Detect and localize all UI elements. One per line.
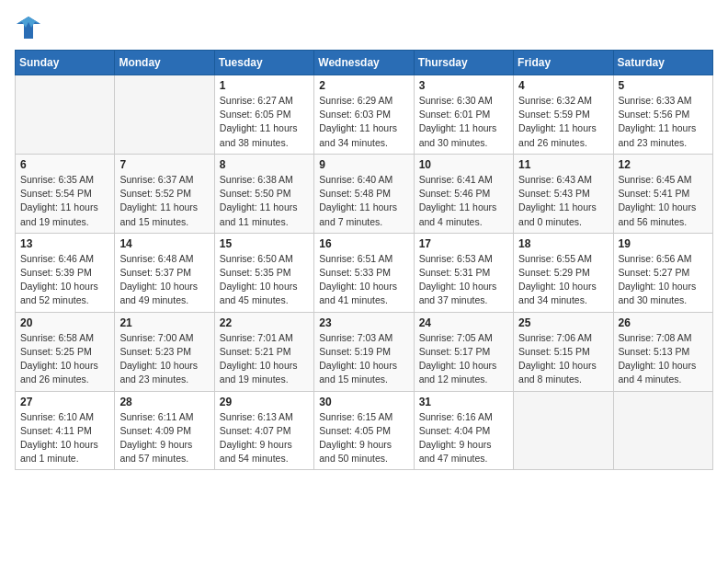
weekday-header-friday: Friday [514, 51, 613, 75]
calendar-cell: 21Sunrise: 7:00 AM Sunset: 5:23 PM Dayli… [115, 312, 214, 391]
weekday-header-wednesday: Wednesday [314, 51, 414, 75]
calendar-cell: 20Sunrise: 6:58 AM Sunset: 5:25 PM Dayli… [16, 312, 115, 391]
day-detail: Sunrise: 6:11 AM Sunset: 4:09 PM Dayligh… [119, 410, 209, 466]
calendar-cell: 13Sunrise: 6:46 AM Sunset: 5:39 PM Dayli… [16, 233, 115, 312]
calendar-cell: 19Sunrise: 6:56 AM Sunset: 5:27 PM Dayli… [613, 233, 712, 312]
calendar-week-5: 27Sunrise: 6:10 AM Sunset: 4:11 PM Dayli… [16, 391, 713, 470]
calendar-cell [613, 391, 712, 470]
day-detail: Sunrise: 6:40 AM Sunset: 5:48 PM Dayligh… [319, 173, 408, 229]
day-detail: Sunrise: 7:03 AM Sunset: 5:19 PM Dayligh… [319, 331, 408, 387]
calendar-table: SundayMondayTuesdayWednesdayThursdayFrid… [15, 50, 713, 470]
day-detail: Sunrise: 6:53 AM Sunset: 5:31 PM Dayligh… [419, 252, 508, 308]
day-number: 12 [619, 158, 708, 171]
calendar-cell: 8Sunrise: 6:38 AM Sunset: 5:50 PM Daylig… [214, 154, 313, 233]
day-detail: Sunrise: 6:58 AM Sunset: 5:25 PM Dayligh… [20, 331, 109, 387]
day-number: 20 [20, 316, 109, 329]
day-number: 11 [518, 158, 608, 171]
day-detail: Sunrise: 6:48 AM Sunset: 5:37 PM Dayligh… [119, 252, 209, 308]
calendar-week-1: 1Sunrise: 6:27 AM Sunset: 6:05 PM Daylig… [16, 75, 713, 155]
day-detail: Sunrise: 6:30 AM Sunset: 6:01 PM Dayligh… [419, 94, 508, 150]
day-number: 5 [619, 79, 708, 92]
calendar-cell: 30Sunrise: 6:15 AM Sunset: 4:05 PM Dayli… [314, 391, 414, 470]
day-detail: Sunrise: 6:41 AM Sunset: 5:46 PM Dayligh… [419, 173, 508, 229]
day-detail: Sunrise: 6:13 AM Sunset: 4:07 PM Dayligh… [220, 410, 309, 466]
calendar-week-2: 6Sunrise: 6:35 AM Sunset: 5:54 PM Daylig… [16, 154, 713, 233]
day-detail: Sunrise: 6:15 AM Sunset: 4:05 PM Dayligh… [319, 410, 408, 466]
calendar-cell: 3Sunrise: 6:30 AM Sunset: 6:01 PM Daylig… [414, 75, 513, 155]
day-detail: Sunrise: 6:37 AM Sunset: 5:52 PM Dayligh… [119, 173, 209, 229]
logo [15, 15, 46, 40]
day-detail: Sunrise: 6:46 AM Sunset: 5:39 PM Dayligh… [20, 252, 109, 308]
calendar-cell: 4Sunrise: 6:32 AM Sunset: 5:59 PM Daylig… [514, 75, 613, 155]
calendar-cell: 6Sunrise: 6:35 AM Sunset: 5:54 PM Daylig… [16, 154, 115, 233]
day-detail: Sunrise: 6:32 AM Sunset: 5:59 PM Dayligh… [518, 94, 608, 150]
day-number: 2 [319, 79, 408, 92]
calendar-week-3: 13Sunrise: 6:46 AM Sunset: 5:39 PM Dayli… [16, 233, 713, 312]
day-detail: Sunrise: 7:01 AM Sunset: 5:21 PM Dayligh… [220, 331, 309, 387]
day-detail: Sunrise: 7:00 AM Sunset: 5:23 PM Dayligh… [119, 331, 209, 387]
calendar-cell: 16Sunrise: 6:51 AM Sunset: 5:33 PM Dayli… [314, 233, 414, 312]
calendar-cell: 11Sunrise: 6:43 AM Sunset: 5:43 PM Dayli… [514, 154, 613, 233]
calendar-cell [514, 391, 613, 470]
calendar-cell: 7Sunrise: 6:37 AM Sunset: 5:52 PM Daylig… [115, 154, 214, 233]
calendar-body: 1Sunrise: 6:27 AM Sunset: 6:05 PM Daylig… [16, 75, 713, 470]
day-number: 21 [119, 316, 209, 329]
day-detail: Sunrise: 6:33 AM Sunset: 5:56 PM Dayligh… [619, 94, 708, 150]
day-number: 10 [419, 158, 508, 171]
calendar-cell: 12Sunrise: 6:45 AM Sunset: 5:41 PM Dayli… [613, 154, 712, 233]
calendar-week-4: 20Sunrise: 6:58 AM Sunset: 5:25 PM Dayli… [16, 312, 713, 391]
calendar-cell: 2Sunrise: 6:29 AM Sunset: 6:03 PM Daylig… [314, 75, 414, 155]
calendar-cell: 18Sunrise: 6:55 AM Sunset: 5:29 PM Dayli… [514, 233, 613, 312]
day-detail: Sunrise: 7:06 AM Sunset: 5:15 PM Dayligh… [518, 331, 608, 387]
page-header [15, 15, 713, 40]
day-detail: Sunrise: 6:55 AM Sunset: 5:29 PM Dayligh… [518, 252, 608, 308]
day-detail: Sunrise: 6:29 AM Sunset: 6:03 PM Dayligh… [319, 94, 408, 150]
day-detail: Sunrise: 6:16 AM Sunset: 4:04 PM Dayligh… [419, 410, 508, 466]
calendar-cell: 23Sunrise: 7:03 AM Sunset: 5:19 PM Dayli… [314, 312, 414, 391]
calendar-cell: 25Sunrise: 7:06 AM Sunset: 5:15 PM Dayli… [514, 312, 613, 391]
calendar-cell: 22Sunrise: 7:01 AM Sunset: 5:21 PM Dayli… [214, 312, 313, 391]
weekday-header-tuesday: Tuesday [214, 51, 313, 75]
day-detail: Sunrise: 6:35 AM Sunset: 5:54 PM Dayligh… [20, 173, 109, 229]
day-number: 8 [220, 158, 309, 171]
day-detail: Sunrise: 7:05 AM Sunset: 5:17 PM Dayligh… [419, 331, 508, 387]
day-number: 25 [518, 316, 608, 329]
day-detail: Sunrise: 6:43 AM Sunset: 5:43 PM Dayligh… [518, 173, 608, 229]
weekday-header-sunday: Sunday [16, 51, 115, 75]
calendar-header: SundayMondayTuesdayWednesdayThursdayFrid… [16, 51, 713, 75]
calendar-cell: 15Sunrise: 6:50 AM Sunset: 5:35 PM Dayli… [214, 233, 313, 312]
day-detail: Sunrise: 6:51 AM Sunset: 5:33 PM Dayligh… [319, 252, 408, 308]
day-detail: Sunrise: 6:10 AM Sunset: 4:11 PM Dayligh… [20, 410, 109, 466]
day-number: 3 [419, 79, 508, 92]
calendar-cell: 17Sunrise: 6:53 AM Sunset: 5:31 PM Dayli… [414, 233, 513, 312]
calendar-cell: 31Sunrise: 6:16 AM Sunset: 4:04 PM Dayli… [414, 391, 513, 470]
weekday-header-saturday: Saturday [613, 51, 712, 75]
day-number: 31 [419, 396, 508, 408]
day-number: 28 [119, 396, 209, 408]
day-detail: Sunrise: 6:45 AM Sunset: 5:41 PM Dayligh… [619, 173, 708, 229]
calendar-cell: 29Sunrise: 6:13 AM Sunset: 4:07 PM Dayli… [214, 391, 313, 470]
day-number: 16 [319, 237, 408, 250]
day-number: 15 [220, 237, 309, 250]
day-detail: Sunrise: 6:56 AM Sunset: 5:27 PM Dayligh… [619, 252, 708, 308]
day-number: 30 [319, 396, 408, 408]
day-detail: Sunrise: 7:08 AM Sunset: 5:13 PM Dayligh… [619, 331, 708, 387]
day-number: 9 [319, 158, 408, 171]
day-number: 23 [319, 316, 408, 329]
calendar-cell: 28Sunrise: 6:11 AM Sunset: 4:09 PM Dayli… [115, 391, 214, 470]
day-number: 19 [619, 237, 708, 250]
day-number: 27 [20, 396, 109, 408]
day-number: 17 [419, 237, 508, 250]
day-number: 6 [20, 158, 109, 171]
calendar-cell: 26Sunrise: 7:08 AM Sunset: 5:13 PM Dayli… [613, 312, 712, 391]
day-number: 24 [419, 316, 508, 329]
day-number: 26 [619, 316, 708, 329]
day-detail: Sunrise: 6:27 AM Sunset: 6:05 PM Dayligh… [220, 94, 309, 150]
day-number: 1 [220, 79, 309, 92]
weekday-header-monday: Monday [115, 51, 214, 75]
calendar-cell [115, 75, 214, 155]
day-number: 18 [518, 237, 608, 250]
day-number: 13 [20, 237, 109, 250]
day-detail: Sunrise: 6:50 AM Sunset: 5:35 PM Dayligh… [220, 252, 309, 308]
weekday-header-row: SundayMondayTuesdayWednesdayThursdayFrid… [16, 51, 713, 75]
